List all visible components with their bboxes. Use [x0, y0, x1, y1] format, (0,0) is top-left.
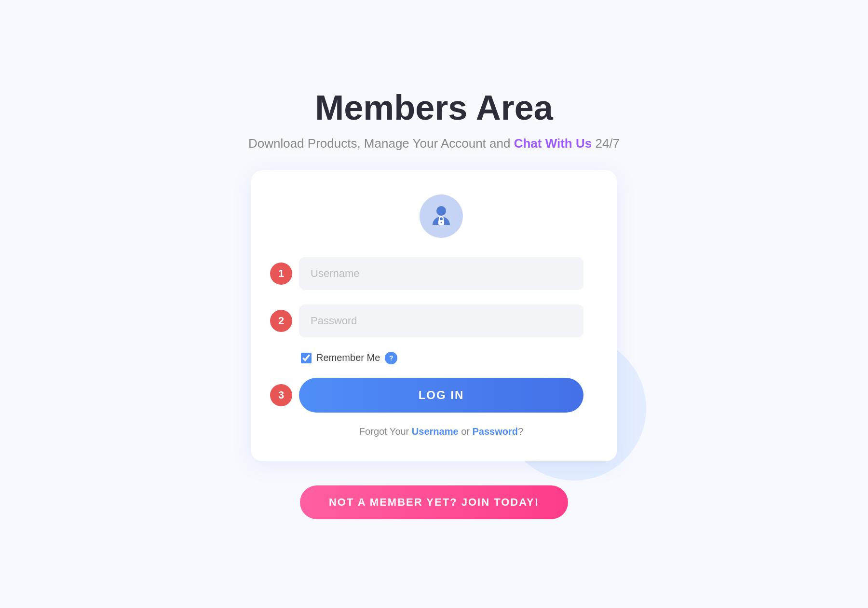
avatar-container: [299, 194, 583, 238]
forgot-or-text: or: [461, 426, 470, 437]
join-button[interactable]: NOT A MEMBER YET? JOIN TODAY!: [300, 485, 568, 519]
card-outer: 1 2 Remember Me ? 3 LOG IN Forgot You: [251, 170, 617, 461]
forgot-suffix: ?: [518, 426, 523, 437]
help-icon[interactable]: ?: [385, 352, 397, 364]
user-lock-icon: [428, 203, 455, 230]
avatar: [420, 194, 463, 238]
forgot-row: Forgot Your Username or Password?: [299, 426, 583, 437]
page-wrapper: Members Area Download Products, Manage Y…: [0, 69, 868, 538]
page-title: Members Area: [248, 89, 620, 127]
password-row: 2: [299, 304, 583, 337]
svg-point-0: [436, 206, 446, 216]
forgot-username-link[interactable]: Username: [412, 426, 459, 437]
subtitle: Download Products, Manage Your Account a…: [248, 136, 620, 151]
chat-link[interactable]: Chat With Us: [514, 136, 592, 151]
step-1-badge: 1: [270, 263, 292, 285]
svg-point-2: [441, 221, 442, 223]
username-input[interactable]: [299, 257, 583, 290]
login-btn-row: 3 LOG IN: [299, 378, 583, 413]
remember-checkbox[interactable]: [301, 353, 312, 363]
remember-row: Remember Me ?: [299, 352, 583, 364]
password-input[interactable]: [299, 304, 583, 337]
subtitle-prefix: Download Products, Manage Your Account a…: [248, 136, 511, 151]
subtitle-247: 24/7: [595, 136, 620, 151]
login-card: 1 2 Remember Me ? 3 LOG IN Forgot You: [251, 170, 617, 461]
username-row: 1: [299, 257, 583, 290]
forgot-prefix: Forgot Your: [359, 426, 409, 437]
step-2-badge: 2: [270, 310, 292, 332]
forgot-password-link[interactable]: Password: [473, 426, 518, 437]
login-button[interactable]: LOG IN: [299, 378, 583, 413]
step-3-badge: 3: [270, 384, 292, 406]
header-section: Members Area Download Products, Manage Y…: [248, 89, 620, 151]
remember-label[interactable]: Remember Me: [316, 352, 380, 363]
